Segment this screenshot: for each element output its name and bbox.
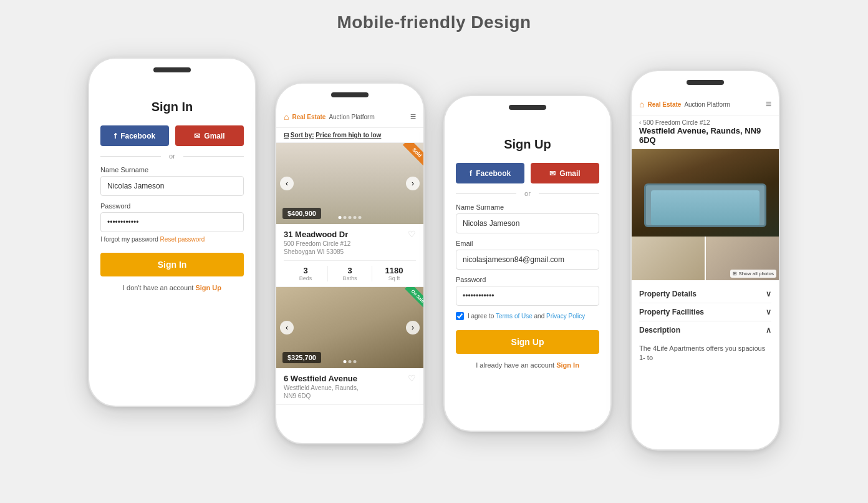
dot-3	[349, 216, 352, 219]
thumb-1-img	[632, 237, 705, 280]
dot-l2-1	[344, 360, 347, 363]
property-thumb-2[interactable]: ⊞ Show all photos	[706, 237, 779, 280]
reset-password-link[interactable]: Reset password	[160, 236, 205, 243]
listing-2-name: 6 Westfield Avenue	[284, 374, 357, 383]
gmail-icon-signup: ✉	[549, 169, 556, 178]
signin-bottom-link: I don't have an account Sign Up	[100, 284, 244, 291]
listing-2-dots	[344, 360, 357, 363]
listing-1-name-row: 31 Meadwood Dr ♡	[284, 229, 416, 239]
listing-2-prev-button[interactable]: ‹	[280, 321, 294, 335]
listing-1-sqft-num: 1180	[372, 266, 416, 275]
listing-1-sqft-label: Sq ft	[372, 275, 416, 281]
listing-2-addr1: Westfield Avenue, Raunds,	[284, 384, 416, 391]
property-sections: Property Details ∨ Property Facilities ∨…	[632, 280, 779, 344]
signin-submit-button[interactable]: Sign In	[100, 253, 244, 276]
listing-1-image: $400,900 Sold ‹ ›	[276, 143, 423, 224]
phones-container: Sign In f Facebook ✉ Gmail or Name Surna…	[88, 57, 780, 451]
property-description-chevron-icon: ∧	[766, 326, 771, 335]
dot-5	[359, 216, 362, 219]
signin-or-divider: or	[100, 152, 244, 160]
listing-2-price: $325,700	[282, 352, 321, 363]
back-chevron-icon: ‹	[639, 119, 641, 126]
property-brand-rest: Auction Platform	[684, 101, 730, 108]
listing-1-next-button[interactable]: ›	[406, 177, 420, 190]
facebook-icon-signup: f	[470, 168, 472, 178]
property-header: ⌂ Real Estate Auction Platform ≡	[632, 94, 779, 115]
property-description-section[interactable]: Description ∧	[639, 321, 771, 339]
home-icon-prop: ⌂	[639, 99, 644, 109]
phone-listings: ⌂ Real Estate Auction Platform ≡ ⊟ Sort …	[275, 82, 425, 444]
signup-gmail-button[interactable]: ✉ Gmail	[531, 163, 599, 183]
brand-real-estate: Real Estate	[292, 114, 326, 120]
signup-title: Sign Up	[456, 137, 599, 152]
signup-email-input[interactable]	[456, 250, 599, 270]
property-details-chevron-icon: ∨	[766, 290, 771, 298]
property-brand: ⌂ Real Estate Auction Platform	[639, 99, 730, 109]
listings-screen: ⌂ Real Estate Auction Platform ≡ ⊟ Sort …	[276, 106, 423, 443]
gmail-icon: ✉	[194, 132, 200, 140]
terms-link[interactable]: Terms of Use	[496, 313, 533, 320]
sort-bar: ⊟ Sort by: Price from high to low	[276, 128, 423, 143]
listings-brand: ⌂ Real Estate Auction Platform	[284, 112, 375, 122]
privacy-link[interactable]: Privacy Policy	[546, 313, 585, 320]
property-thumb-1[interactable]	[632, 237, 706, 280]
signin-password-label: Password	[100, 202, 244, 210]
property-details-section[interactable]: Property Details ∨	[639, 285, 771, 303]
back-button[interactable]: ‹ 500 Freedom Circle #12	[639, 119, 771, 126]
listing-1-dots	[339, 216, 362, 219]
property-facilities-section[interactable]: Property Facilities ∨	[639, 303, 771, 321]
signup-social-buttons: f Facebook ✉ Gmail	[456, 163, 599, 183]
signin-password-input[interactable]	[100, 212, 244, 232]
home-icon: ⌂	[284, 112, 289, 122]
listing-1-baths-label: Baths	[328, 275, 372, 281]
listing-card-2: $325,700 On Sale ‹ › 6 Westfield Avenue	[276, 287, 423, 405]
signin-facebook-button[interactable]: f Facebook	[100, 125, 169, 146]
listing-1-name: 31 Meadwood Dr	[284, 230, 348, 239]
signin-title: Sign In	[100, 100, 244, 114]
listing-1-favorite-icon[interactable]: ♡	[408, 229, 416, 239]
property-full-address: Westfield Avenue, Raunds, NN9 6DQ	[639, 126, 771, 145]
listing-2-favorite-icon[interactable]: ♡	[408, 373, 416, 383]
listings-header: ⌂ Real Estate Auction Platform ≡	[276, 106, 423, 128]
signup-password-label: Password	[456, 276, 599, 283]
signup-name-label: Name Surname	[456, 203, 599, 211]
listing-1-price: $400,900	[282, 208, 321, 219]
listing-1-beds-label: Beds	[284, 275, 327, 281]
phone-notch-4	[687, 80, 724, 85]
sort-value[interactable]: Price from high to low	[316, 132, 381, 139]
signup-submit-button[interactable]: Sign Up	[456, 330, 599, 354]
dot-2	[344, 216, 347, 219]
listing-2-next-button[interactable]: ›	[406, 321, 420, 335]
property-hamburger-icon[interactable]: ≡	[766, 99, 771, 110]
signin-name-input[interactable]	[100, 176, 244, 196]
goto-signup-link[interactable]: Sign Up	[195, 284, 221, 291]
signin-forgot-password: I forgot my password Reset password	[100, 236, 244, 243]
signup-or-divider: or	[456, 190, 599, 197]
signup-password-input[interactable]	[456, 286, 599, 306]
listing-1-beds: 3 Beds	[284, 266, 328, 281]
goto-signin-link[interactable]: Sign In	[556, 361, 579, 369]
phone-notch-3	[509, 105, 546, 110]
signup-screen: Sign Up f Facebook ✉ Gmail or Name Surna…	[445, 119, 610, 431]
signin-gmail-button[interactable]: ✉ Gmail	[175, 125, 244, 146]
agree-checkbox[interactable]	[456, 312, 464, 320]
phone-notch-1	[153, 67, 191, 72]
signin-screen: Sign In f Facebook ✉ Gmail or Name Surna…	[89, 81, 255, 406]
on-sale-badge: On Sale	[405, 287, 423, 309]
listing-2-name-row: 6 Westfield Avenue ♡	[284, 373, 416, 383]
property-description-label: Description	[639, 326, 680, 335]
listing-1-prev-button[interactable]: ‹	[280, 177, 294, 190]
agree-label: I agree to Terms of Use and Privacy Poli…	[468, 313, 585, 320]
phone-property-details: ⌂ Real Estate Auction Platform ≡ ‹ 500 F…	[630, 70, 780, 451]
listing-1-baths: 3 Baths	[328, 266, 372, 281]
property-facilities-label: Property Facilities	[639, 308, 704, 316]
hamburger-icon[interactable]: ≡	[410, 111, 416, 122]
property-thumbnails: ⊞ Show all photos	[632, 237, 779, 280]
dot-l2-2	[349, 360, 352, 363]
show-all-photos-button[interactable]: ⊞ Show all photos	[730, 270, 776, 278]
signup-facebook-button[interactable]: f Facebook	[456, 163, 524, 183]
signup-name-input[interactable]	[456, 213, 599, 233]
property-address-block: ‹ 500 Freedom Circle #12 Westfield Avenu…	[632, 115, 779, 149]
listing-1-stats: 3 Beds 3 Baths 1180 Sq ft	[284, 260, 416, 281]
listing-1-addr1: 500 Freedom Circle #12	[284, 240, 416, 247]
